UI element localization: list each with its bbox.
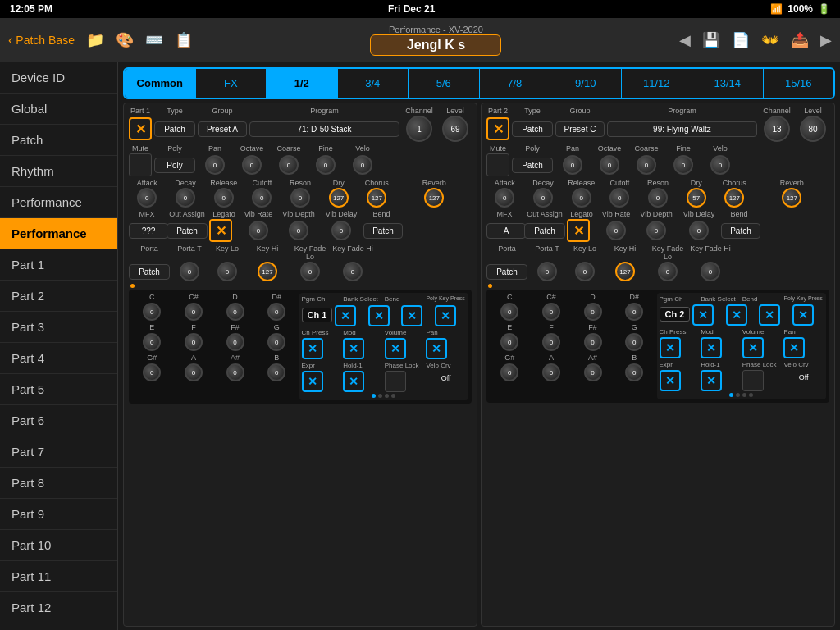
next-icon[interactable]: ▶ [820, 31, 832, 49]
p2-poly-select[interactable]: Patch [512, 158, 553, 173]
p2-chorus[interactable]: 127 [716, 188, 753, 208]
p1-note-e[interactable]: 0 [132, 333, 172, 351]
new-icon[interactable]: 📄 [732, 31, 750, 49]
p2-porta[interactable]: Patch [486, 264, 527, 280]
p2-pan-knob[interactable]: 0 [555, 155, 590, 175]
p1-note-g[interactable]: 0 [257, 333, 297, 351]
p2-legato[interactable]: ✕ [567, 219, 590, 242]
sidebar-item-part12[interactable]: Part 12 [0, 592, 117, 623]
p2-poly-key[interactable]: ✕ [792, 304, 814, 326]
p1-vib-delay[interactable]: 0 [321, 221, 362, 240]
palette-icon[interactable]: 🎨 [116, 31, 134, 49]
p2-volume[interactable]: ✕ [742, 337, 764, 358]
p1-type-select[interactable]: Patch [154, 121, 195, 137]
p2-vib-delay[interactable]: 0 [678, 221, 719, 240]
p2-decay[interactable]: 0 [525, 188, 562, 208]
tab-common[interactable]: Common [125, 69, 196, 98]
p2-pgm-ch[interactable]: ✕ [692, 304, 714, 326]
sidebar-item-part1[interactable]: Part 1 [0, 249, 117, 281]
prev-icon[interactable]: ◀ [679, 31, 691, 49]
p1-decay[interactable]: 0 [167, 188, 204, 208]
p1-attack[interactable]: 0 [129, 188, 166, 208]
p2-pan-ctrl[interactable]: ✕ [783, 337, 805, 358]
p2-vib-rate[interactable]: 0 [598, 221, 634, 240]
p2-key-fade-lo[interactable]: 0 [647, 262, 688, 281]
p2-key-lo[interactable]: 0 [567, 262, 603, 281]
p2-out-assign[interactable]: Patch [524, 223, 565, 239]
p2-type-select[interactable]: Patch [512, 121, 553, 137]
p2-release[interactable]: 0 [563, 188, 600, 208]
p2-channel-knob[interactable]: 13 [760, 116, 794, 142]
tab-15-16[interactable]: 15/16 [764, 69, 834, 98]
p1-coarse-knob[interactable]: 0 [272, 155, 306, 175]
p2-bend-ctrl[interactable]: ✕ [759, 304, 780, 326]
p1-vib-rate[interactable]: 0 [240, 221, 276, 240]
p1-mfx[interactable]: ??? [129, 223, 168, 239]
p2-key-hi[interactable]: 127 [605, 262, 646, 281]
sidebar-item-performance-top[interactable]: Performance [0, 187, 117, 218]
sidebar-item-part10[interactable]: Part 10 [0, 530, 117, 561]
p2-note-c[interactable]: 0 [490, 303, 530, 321]
sidebar-item-part8[interactable]: Part 8 [0, 468, 117, 499]
p2-note-e[interactable]: 0 [490, 333, 530, 351]
sidebar-item-patch[interactable]: Patch [0, 125, 117, 156]
p1-expr[interactable]: ✕ [302, 371, 323, 392]
tab-fx[interactable]: FX [196, 69, 267, 98]
sidebar-item-part2[interactable]: Part 2 [0, 281, 117, 312]
p2-mute-button[interactable]: ✕ [486, 117, 509, 140]
p1-mute-button[interactable]: ✕ [129, 117, 152, 140]
sidebar-item-performance-active[interactable]: Performance [0, 218, 117, 249]
tab-3-4[interactable]: 3/4 [338, 69, 409, 98]
p2-coarse-knob[interactable]: 0 [629, 155, 664, 175]
p1-ch-press[interactable]: ✕ [302, 338, 323, 359]
p2-cutoff[interactable]: 0 [601, 188, 638, 208]
p1-vib-depth[interactable]: 0 [278, 221, 319, 240]
p2-note-d[interactable]: 0 [573, 303, 613, 321]
p2-level-knob[interactable]: 80 [797, 116, 829, 142]
p1-channel-knob[interactable]: 1 [402, 116, 436, 142]
p2-program-select[interactable]: 99: Flying Waltz [607, 121, 757, 137]
p1-hold1[interactable]: ✕ [343, 371, 364, 392]
p1-note-fs[interactable]: 0 [215, 333, 255, 351]
p2-mfx[interactable]: A [486, 223, 526, 239]
p1-poly-key[interactable]: ✕ [435, 305, 456, 326]
p1-key-fade-hi[interactable]: 0 [332, 262, 373, 281]
p1-octave-knob[interactable]: 0 [235, 155, 269, 175]
p1-pgm-ch[interactable]: ✕ [335, 305, 356, 326]
p2-note-g[interactable]: 0 [614, 333, 655, 351]
p1-legato[interactable]: ✕ [209, 219, 232, 242]
p2-note-b[interactable]: 0 [614, 363, 655, 381]
p2-mod[interactable]: ✕ [701, 337, 722, 358]
sidebar-item-rhythm[interactable]: Rhythm [0, 156, 117, 187]
p2-reverb[interactable]: 127 [755, 188, 829, 208]
p1-mute-box[interactable] [129, 153, 152, 176]
p1-phase-lock[interactable] [385, 371, 406, 392]
p1-key-hi[interactable]: 127 [247, 262, 288, 281]
p1-key-fade-lo[interactable]: 0 [290, 262, 331, 281]
p2-note-f[interactable]: 0 [532, 333, 572, 351]
p1-out-assign[interactable]: Patch [167, 223, 208, 239]
p1-program-select[interactable]: 71: D-50 Stack [249, 121, 399, 137]
p2-attack[interactable]: 0 [486, 188, 523, 208]
p1-group-select[interactable]: Preset A [198, 121, 247, 137]
p2-note-as[interactable]: 0 [573, 363, 613, 381]
p1-note-d[interactable]: 0 [215, 303, 255, 321]
p1-note-cs[interactable]: 0 [174, 303, 214, 321]
sidebar-item-part3[interactable]: Part 3 [0, 312, 117, 343]
p1-note-a[interactable]: 0 [174, 363, 214, 381]
p2-ch-press[interactable]: ✕ [660, 337, 681, 358]
p2-note-cs[interactable]: 0 [532, 303, 572, 321]
sidebar-item-part11[interactable]: Part 11 [0, 561, 117, 592]
p1-bank-select[interactable]: ✕ [368, 305, 390, 326]
save-icon[interactable]: 💾 [702, 31, 720, 49]
sidebar-item-global[interactable]: Global [0, 94, 117, 125]
p2-vib-depth[interactable]: 0 [636, 221, 677, 240]
p1-bend-ctrl[interactable]: ✕ [401, 305, 422, 326]
tab-5-6[interactable]: 5/6 [409, 69, 480, 98]
p1-dry[interactable]: 127 [320, 188, 357, 208]
p2-key-fade-hi[interactable]: 0 [690, 262, 731, 281]
p1-note-as[interactable]: 0 [215, 363, 255, 381]
p1-reson[interactable]: 0 [282, 188, 319, 208]
p1-note-f[interactable]: 0 [174, 333, 214, 351]
p2-fine-knob[interactable]: 0 [666, 155, 701, 175]
